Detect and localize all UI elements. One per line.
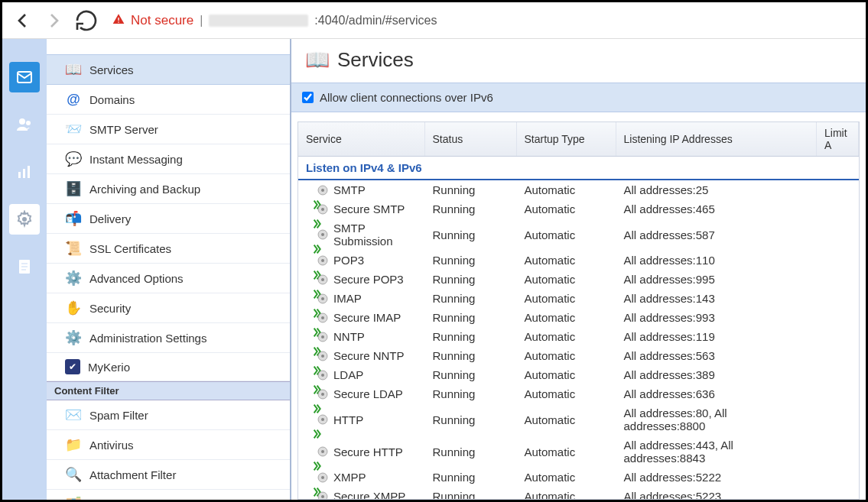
svg-point-36	[321, 418, 324, 421]
cell-startup: Automatic	[516, 346, 616, 365]
sidebar-item-services[interactable]: 📖 Services	[47, 54, 290, 85]
sidebar-item-label: Antivirus	[89, 439, 134, 452]
svg-point-34	[321, 393, 324, 396]
cell-listen: All addresses:5223	[616, 487, 817, 500]
sidebar-item-ssl[interactable]: 📜 SSL Certificates	[47, 234, 290, 264]
table-row[interactable]: SMTP SubmissionRunningAutomaticAll addre…	[298, 219, 859, 251]
page-title: 📖 Services	[291, 39, 866, 83]
service-gear-icon	[317, 203, 329, 215]
sidebar-item-mykerio[interactable]: ✔ MyKerio	[47, 353, 290, 381]
table-row[interactable]: LDAPRunningAutomaticAll addresses:389	[298, 365, 859, 384]
cell-listen: All addresses:563	[616, 346, 817, 365]
col-listen[interactable]: Listening IP Addresses	[616, 122, 817, 157]
cell-startup: Automatic	[516, 180, 616, 199]
cell-status: Running	[424, 289, 516, 308]
sidebar-item-im[interactable]: 💬 Instant Messaging	[47, 144, 290, 174]
browser-toolbar: Not secure | :4040/admin/#services	[2, 2, 866, 39]
svg-point-14	[321, 189, 324, 192]
sidebar-item-security[interactable]: ✋ Security	[47, 293, 290, 323]
svg-point-26	[321, 316, 324, 319]
sidebar-item-antivirus[interactable]: 📁 Antivirus	[47, 430, 290, 460]
cell-startup: Automatic	[516, 384, 616, 403]
svg-rect-5	[18, 172, 21, 178]
main-panel: 📖 Services Allow client connections over…	[291, 39, 866, 500]
sidebar-item-advanced[interactable]: ⚙️ Advanced Options	[47, 264, 290, 293]
service-gear-icon	[317, 471, 329, 484]
table-row[interactable]: Secure LDAPRunningAutomaticAll addresses…	[298, 384, 859, 403]
server-mail-icon: 📨	[65, 121, 82, 138]
reload-button[interactable]	[74, 8, 99, 33]
table-row[interactable]: SMTPRunningAutomaticAll addresses:25	[298, 180, 859, 199]
cell-service: Secure HTTP	[333, 445, 403, 458]
service-gear-icon	[317, 254, 329, 267]
warning-icon	[112, 13, 125, 28]
at-icon: @	[65, 91, 82, 108]
forward-button[interactable]	[42, 8, 67, 33]
cell-startup: Automatic	[516, 219, 616, 251]
back-button[interactable]	[10, 8, 34, 33]
sidebar-item-message-filters[interactable]: 🗂️ Message Filters	[47, 490, 290, 500]
table-row[interactable]: HTTPRunningAutomaticAll addresses:80, Al…	[298, 403, 859, 436]
table-row[interactable]: Secure IMAPRunningAutomaticAll addresses…	[298, 308, 859, 327]
sidebar-item-attachment-filter[interactable]: 🔍 Attachment Filter	[47, 460, 290, 490]
sidebar-item-delivery[interactable]: 📬 Delivery	[47, 204, 290, 234]
cell-limit	[817, 346, 859, 365]
cell-status: Running	[424, 199, 516, 219]
cell-service: IMAP	[333, 292, 362, 305]
sidebar-item-label: Instant Messaging	[89, 153, 183, 166]
table-row[interactable]: XMPPRunningAutomaticAll addresses:5222	[298, 468, 859, 487]
sidebar-item-label: Message Filters	[89, 498, 171, 500]
table-row[interactable]: Secure XMPPRunningAutomaticAll addresses…	[298, 487, 859, 500]
table-section-label: Listen on IPv4 & IPv6	[298, 157, 859, 180]
attachment-filter-icon: 🔍	[65, 466, 82, 483]
mykerio-icon: ✔	[65, 359, 80, 374]
service-gear-icon	[317, 331, 329, 343]
cell-limit	[817, 308, 859, 327]
sidebar-item-smtp[interactable]: 📨 SMTP Server	[47, 115, 290, 144]
col-startup[interactable]: Startup Type	[516, 122, 616, 157]
svg-point-18	[321, 233, 324, 236]
services-page-icon: 📖	[305, 48, 330, 72]
rail-users-button[interactable]	[9, 109, 40, 140]
rail-settings-button[interactable]	[9, 204, 40, 235]
table-row[interactable]: NNTPRunningAutomaticAll addresses:119	[298, 327, 859, 346]
table-row[interactable]: Secure NNTPRunningAutomaticAll addresses…	[298, 346, 859, 365]
cell-status: Running	[424, 270, 516, 289]
cell-startup: Automatic	[516, 199, 616, 219]
col-limit[interactable]: Limit A	[817, 122, 859, 157]
svg-point-42	[321, 495, 324, 498]
address-bar[interactable]: Not secure | :4040/admin/#services	[106, 13, 858, 28]
sidebar-item-domains[interactable]: @ Domains	[47, 85, 290, 115]
svg-point-30	[321, 355, 324, 358]
rail-stats-button[interactable]	[9, 157, 40, 187]
sidebar-item-label: Services	[89, 63, 134, 76]
sidebar-item-label: Security	[89, 302, 131, 315]
cell-listen: All addresses:636	[616, 384, 817, 403]
cell-listen: All addresses:389	[616, 365, 817, 384]
sidebar-item-archive[interactable]: 🗄️ Archiving and Backup	[47, 174, 290, 204]
rail-notes-button[interactable]	[9, 251, 40, 282]
sidebar-item-spam-filter[interactable]: ✉️ Spam Filter	[47, 400, 290, 430]
sidebar: 📖 Services @ Domains 📨 SMTP Server 💬 Ins…	[47, 39, 291, 500]
cell-service: SMTP Submission	[333, 222, 417, 248]
sidebar-item-admin[interactable]: ⚙️ Administration Settings	[47, 323, 290, 353]
col-service[interactable]: Service	[298, 122, 424, 157]
table-row[interactable]: IMAPRunningAutomaticAll addresses:143	[298, 289, 859, 308]
ipv6-checkbox-label: Allow client connections over IPv6	[320, 91, 493, 104]
cell-listen: All addresses:25	[616, 180, 817, 199]
chat-icon: 💬	[65, 151, 82, 167]
table-header-row: Service Status Startup Type Listening IP…	[298, 122, 859, 157]
service-gear-icon	[317, 350, 329, 362]
svg-point-22	[321, 278, 324, 281]
svg-point-32	[321, 374, 324, 377]
table-row[interactable]: Secure SMTPRunningAutomaticAll addresses…	[298, 199, 859, 219]
table-row[interactable]: Secure POP3RunningAutomaticAll addresses…	[298, 270, 859, 289]
table-row[interactable]: Secure HTTPRunningAutomaticAll addresses…	[298, 436, 859, 468]
cell-startup: Automatic	[516, 403, 616, 436]
table-row[interactable]: POP3RunningAutomaticAll addresses:110	[298, 251, 859, 270]
ipv6-checkbox[interactable]	[302, 92, 314, 103]
rail-mail-button[interactable]	[9, 62, 40, 92]
col-status[interactable]: Status	[424, 122, 516, 157]
cell-service: POP3	[333, 254, 364, 267]
sidebar-section-content-filter: Content Filter	[47, 381, 290, 400]
